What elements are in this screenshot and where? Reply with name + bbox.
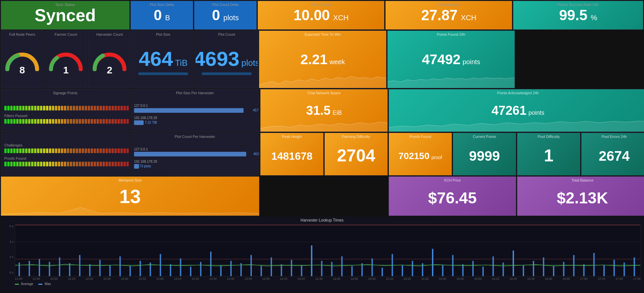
- svg-rect-27: [220, 265, 222, 276]
- points-found-value: 47492: [422, 52, 461, 67]
- svg-rect-14: [89, 264, 90, 276]
- points-success-rate-unit: %: [591, 14, 597, 22]
- x-label-1300: 13:00: [156, 277, 164, 280]
- total-balance-fiat-label: Total Balance: [517, 178, 644, 182]
- full-node-peers-gauge: 8: [1, 31, 43, 88]
- x-label-1340: 13:40: [227, 277, 235, 280]
- green-avg-line: [15, 265, 640, 265]
- harvester-count-label: Harvester Count: [88, 32, 131, 36]
- total-farmed-panel: Total Farmed 10.00 XCH: [257, 1, 385, 30]
- svg-rect-43: [382, 268, 383, 276]
- mempool-size-panel: Mempool Size 13: [1, 176, 259, 216]
- peak-height-value: 1481678: [271, 150, 313, 162]
- points-success-rate-label: Points Success Rate 24h: [513, 3, 643, 7]
- svg-rect-16: [109, 265, 111, 276]
- challenges-proofs-panel: Challenges 12.6 c/m Proofs Found 28.2 c/…: [1, 133, 130, 176]
- filters-passed-bars-row: 48.4 c/m: [4, 119, 126, 124]
- x-label-1530: 15:30: [421, 277, 429, 280]
- x-label-1320: 13:20: [192, 277, 199, 280]
- plot-count-delta-panel: Plot Count Delta 0 plots: [194, 1, 257, 30]
- harvester-count-value: 2: [107, 64, 113, 76]
- x-label-1140: 11:40: [15, 277, 23, 280]
- pool-errors-value: 2674: [599, 148, 629, 164]
- max-label: Max: [45, 282, 51, 286]
- svg-rect-24: [190, 267, 191, 276]
- pool-difficulty-label: Pool Difficulty: [517, 135, 580, 139]
- plot-count-delta-value-group: 0 plots: [212, 7, 239, 23]
- svg-marker-1: [388, 78, 515, 88]
- pool-difficulty-value: 1: [544, 146, 554, 165]
- xch-price-panel: XCH Price $76.45: [389, 176, 516, 216]
- chia-network-space-panel: Chia Network Space 31.5 EiB: [260, 89, 388, 132]
- svg-rect-8: [29, 261, 30, 276]
- svg-rect-13: [79, 255, 80, 276]
- harvester-lookup-title: Harvester Lookup Times: [3, 218, 641, 223]
- full-node-peers-panel: Full Node Peers 8: [1, 30, 44, 88]
- proofs-found-metric-value-group: 702150 proof: [398, 151, 442, 161]
- x-label-1520: 15:20: [403, 277, 411, 280]
- challenges-bars: [4, 148, 129, 153]
- svg-rect-15: [99, 260, 101, 276]
- signage-points-label: Signage Points: [1, 91, 129, 95]
- x-label-1600: 16:00: [474, 277, 482, 280]
- chart-plot-area: [15, 225, 641, 276]
- farming-difficulty-label: Farming Difficulty: [325, 135, 388, 139]
- max-color-indicator: [38, 284, 42, 285]
- x-label-1720: 17:20: [616, 277, 623, 280]
- plot-count-value-group: 4693 plots: [195, 47, 258, 70]
- svg-rect-17: [119, 256, 121, 276]
- filters-passed-bars: [4, 119, 129, 124]
- x-label-1150: 11:50: [32, 277, 40, 280]
- svg-rect-19: [140, 261, 141, 276]
- mempool-size-label: Mempool Size: [1, 178, 259, 182]
- plot-count-per-harvester-label: Plot Count Per Harvester: [131, 135, 259, 139]
- svg-rect-50: [452, 255, 453, 276]
- harvester-lookup-panel: Harvester Lookup Times 6 s 4 s 2 s 0 s: [1, 217, 643, 292]
- x-label-1430: 14:30: [315, 277, 323, 280]
- x-label-1710: 17:10: [598, 277, 605, 280]
- x-label-1500: 15:00: [368, 277, 376, 280]
- chart-x-axis: 11:40 11:50 12:00 12:10 12:20 12:30 12:4…: [15, 276, 641, 281]
- svg-rect-61: [563, 262, 564, 276]
- svg-rect-42: [372, 258, 373, 276]
- lookup-chart-svg: [15, 225, 640, 276]
- x-label-1310: 13:10: [174, 277, 181, 280]
- harvester-bar-2: 192.168.178.29 7.22 TiB: [134, 116, 256, 125]
- x-label-1420: 14:20: [298, 277, 305, 280]
- chia-network-space-value-group: 31.5 EiB: [306, 104, 342, 118]
- svg-rect-33: [281, 264, 282, 276]
- total-balance-unit: XCH: [461, 14, 476, 22]
- x-label-1450: 14:50: [350, 277, 358, 280]
- points-acknowledged-panel: Points Acknowledged 24h 47261 points: [389, 89, 644, 132]
- svg-rect-67: [623, 263, 625, 276]
- harvester-count-gauge: 2: [88, 31, 131, 88]
- peak-height-label: Peak Height: [260, 135, 323, 139]
- x-label-1510: 15:10: [386, 277, 393, 280]
- harvester-count-bar-2: 192.168.178.29 73 plots: [134, 160, 256, 169]
- chart-y-axis: 6 s 4 s 2 s 0 s: [3, 225, 15, 281]
- svg-rect-65: [603, 265, 605, 276]
- points-acknowledged-label: Points Acknowledged 24h: [389, 91, 644, 95]
- points-ack-sparkline: [389, 117, 644, 132]
- x-label-1330: 13:30: [209, 277, 217, 280]
- svg-rect-40: [351, 266, 353, 276]
- plot-size-label: Plot Size: [132, 32, 194, 36]
- svg-rect-22: [170, 264, 171, 276]
- plot-size-value: 464: [139, 47, 173, 70]
- chia-network-space-unit: EiB: [333, 109, 342, 116]
- proofs-found-bars-label: Proofs Found: [4, 156, 26, 160]
- svg-rect-55: [503, 263, 504, 276]
- points-found-sparkline: [388, 71, 515, 88]
- chia-network-sparkline: [260, 117, 388, 132]
- total-farmed-label: Total Farmed: [258, 3, 384, 7]
- total-balance-value: 27.87: [421, 7, 458, 23]
- svg-rect-59: [543, 257, 544, 276]
- points-acknowledged-unit: points: [529, 109, 544, 116]
- svg-rect-54: [492, 256, 494, 276]
- pool-errors-panel: Pool Errors 24h 2674: [581, 133, 644, 176]
- x-label-1240: 12:40: [121, 277, 128, 280]
- plot-size-delta-value-group: 0 B: [154, 7, 170, 23]
- proofs-found-metric-value: 702150: [398, 151, 429, 161]
- chart-container: 6 s 4 s 2 s 0 s: [3, 225, 641, 281]
- proofs-found-metric-unit: proof: [432, 155, 442, 160]
